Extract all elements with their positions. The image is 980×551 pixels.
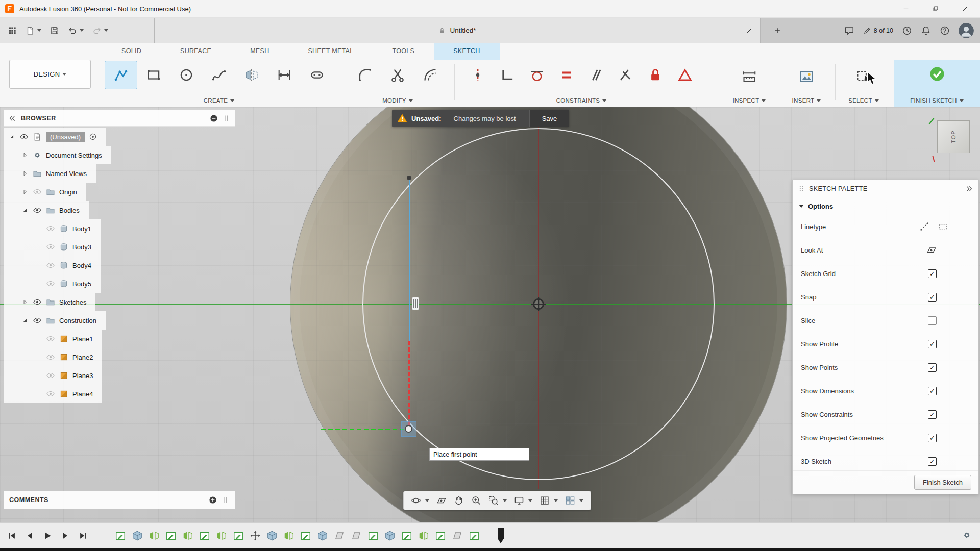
3d-sketch-checkbox[interactable]: ✓ xyxy=(928,457,937,466)
timeline-feature-sketch[interactable] xyxy=(435,530,446,541)
timeline-feature-sketch[interactable] xyxy=(401,530,412,541)
browser-item-namedviews[interactable]: Named Views xyxy=(4,164,235,183)
browser-item-origin[interactable]: Origin xyxy=(4,183,235,201)
timeline-feature-sketch[interactable] xyxy=(233,530,244,541)
add-comment-icon[interactable] xyxy=(209,496,217,504)
browser-item-plane1[interactable]: Plane1 xyxy=(4,330,235,348)
parallel-tool-button[interactable] xyxy=(581,61,611,89)
construction-line-red[interactable] xyxy=(408,341,410,430)
target-icon[interactable] xyxy=(89,133,97,141)
browser-item-body4[interactable]: Body4 xyxy=(4,256,235,274)
look-at-icon[interactable] xyxy=(926,245,937,255)
new-tab-button[interactable] xyxy=(770,23,785,38)
finish-sketch-button[interactable]: FINISH SKETCH xyxy=(894,60,980,107)
browser-item-sketches[interactable]: Sketches xyxy=(4,293,235,311)
sketch-grid-checkbox[interactable]: ✓ xyxy=(928,269,937,278)
show-points-checkbox[interactable]: ✓ xyxy=(928,363,937,372)
look-at-button[interactable] xyxy=(436,495,447,506)
timeline-feature-sketch[interactable] xyxy=(469,530,480,541)
clock-icon[interactable] xyxy=(902,26,912,36)
tangent-tool-button[interactable] xyxy=(522,61,552,89)
user-avatar[interactable] xyxy=(959,23,974,38)
browser-item-bodies[interactable]: Bodies xyxy=(4,201,235,219)
browser-item-unsaved[interactable]: (Unsaved) xyxy=(4,128,235,146)
inspect-group-label[interactable]: INSPECT xyxy=(721,97,777,104)
expand-closed-icon[interactable] xyxy=(21,170,29,177)
snap-checkbox[interactable]: ✓ xyxy=(928,293,937,302)
timeline-feature-sketch[interactable] xyxy=(300,530,311,541)
panel-grip-icon[interactable] xyxy=(222,496,230,504)
expand-closed-icon[interactable] xyxy=(21,152,29,159)
document-tab[interactable]: Untitled* xyxy=(154,18,761,43)
finish-sketch-dialog-button[interactable]: Finish Sketch xyxy=(914,475,971,490)
visibility-eye-off-icon[interactable] xyxy=(46,334,55,343)
browser-item-documentsettings[interactable]: Document Settings xyxy=(4,146,235,164)
show-projected-geometries-checkbox[interactable]: ✓ xyxy=(928,434,937,442)
ribbon-tab-sketch[interactable]: SKETCH xyxy=(434,43,500,60)
dimension-tool-button[interactable] xyxy=(268,61,301,89)
browser-item-body3[interactable]: Body3 xyxy=(4,238,235,256)
view-cube[interactable]: TOP xyxy=(930,118,975,163)
visibility-eye-on-icon[interactable] xyxy=(19,132,29,141)
timeline-feature-extrude[interactable] xyxy=(266,530,278,541)
visibility-eye-on-icon[interactable] xyxy=(33,297,42,307)
timeline-feature-sketch[interactable] xyxy=(115,530,126,541)
browser-item-body5[interactable]: Body5 xyxy=(4,274,235,293)
job-status[interactable]: 8 of 10 xyxy=(863,27,893,35)
timeline-feature-extrude[interactable] xyxy=(132,530,143,541)
create-group-label[interactable]: CREATE xyxy=(104,97,334,104)
pan-button[interactable] xyxy=(454,495,464,506)
step-forward-button[interactable] xyxy=(61,531,70,540)
panel-grip-icon[interactable] xyxy=(223,114,231,122)
ribbon-tab-mesh[interactable]: MESH xyxy=(231,43,288,60)
browser-item-plane3[interactable]: Plane3 xyxy=(4,366,235,385)
visibility-eye-off-icon[interactable] xyxy=(46,353,55,362)
mirror-tool-button[interactable] xyxy=(235,61,268,89)
select-group-label[interactable]: SELECT xyxy=(836,97,892,104)
help-icon[interactable] xyxy=(940,26,950,36)
timeline-feature-plane[interactable] xyxy=(334,530,345,541)
show-dimensions-checkbox[interactable]: ✓ xyxy=(928,387,937,395)
timeline-feature-sketch[interactable] xyxy=(368,530,379,541)
trim-tool-button[interactable] xyxy=(381,61,414,89)
insert-group-label[interactable]: INSERT xyxy=(778,97,835,104)
inspect-tool-button[interactable] xyxy=(733,62,766,91)
symmetry-tool-button[interactable] xyxy=(670,61,700,89)
restore-button[interactable] xyxy=(921,0,950,17)
offset-tool-button[interactable] xyxy=(414,61,447,89)
construction-line-icon[interactable] xyxy=(919,221,929,232)
minimize-button[interactable] xyxy=(891,0,921,17)
select-tool-button[interactable] xyxy=(847,62,880,91)
timeline-feature-mirror[interactable] xyxy=(216,530,227,541)
visibility-eye-off-icon[interactable] xyxy=(46,242,55,252)
circle-tool-button[interactable] xyxy=(170,61,203,89)
expand-closed-icon[interactable] xyxy=(21,188,29,195)
expand-open-icon[interactable] xyxy=(21,207,29,214)
browser-item-plane2[interactable]: Plane2 xyxy=(4,348,235,366)
line-tool-button[interactable] xyxy=(105,61,137,89)
centerline-icon[interactable] xyxy=(938,221,948,232)
fillet-tool-button[interactable] xyxy=(349,61,381,89)
orbit-button[interactable] xyxy=(411,495,429,506)
visibility-eye-on-icon[interactable] xyxy=(33,316,42,325)
close-button[interactable] xyxy=(950,0,980,17)
coincident-tool-button[interactable] xyxy=(463,61,493,89)
zoom-button[interactable] xyxy=(471,495,481,506)
horizontal-vertical-tool-button[interactable] xyxy=(493,61,522,89)
timeline-feature-mirror[interactable] xyxy=(418,530,429,541)
rectangle-tool-button[interactable] xyxy=(137,61,170,89)
save-button[interactable]: Save xyxy=(529,110,570,127)
ribbon-tab-tools[interactable]: TOOLS xyxy=(373,43,434,60)
expand-open-icon[interactable] xyxy=(8,133,15,140)
go-to-end-button[interactable] xyxy=(79,531,88,540)
notifications-bell-icon[interactable] xyxy=(921,26,931,36)
timeline-feature-mirror[interactable] xyxy=(283,530,295,541)
timeline-feature-sketch[interactable] xyxy=(165,530,177,541)
visibility-eye-off-icon[interactable] xyxy=(46,389,55,398)
grid-settings-button[interactable] xyxy=(540,495,558,506)
visibility-eye-off-icon[interactable] xyxy=(46,224,55,233)
file-new-button[interactable] xyxy=(23,23,44,38)
timeline-feature-extrude[interactable] xyxy=(384,530,396,541)
slot-tool-button[interactable] xyxy=(301,61,333,89)
show-profile-checkbox[interactable]: ✓ xyxy=(928,340,937,348)
